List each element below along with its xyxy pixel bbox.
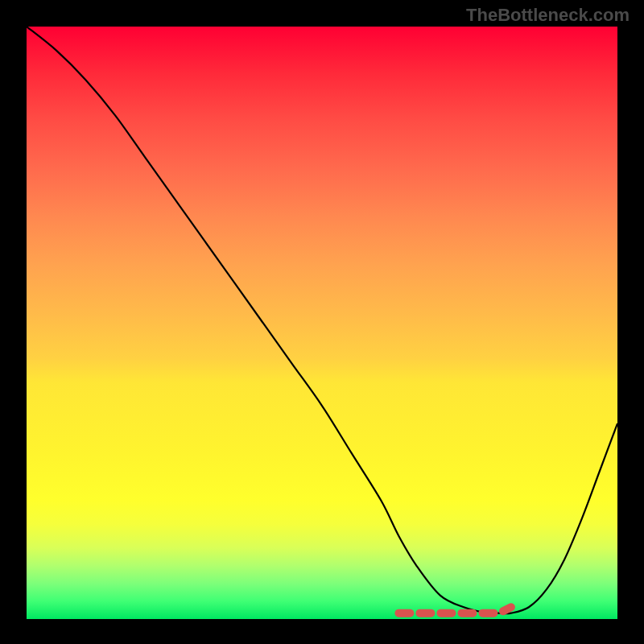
optimal-range-marker-line <box>398 607 510 613</box>
chart-svg <box>27 27 617 619</box>
watermark-text: TheBottleneck.com <box>466 5 630 26</box>
bottleneck-curve-line <box>27 27 617 613</box>
